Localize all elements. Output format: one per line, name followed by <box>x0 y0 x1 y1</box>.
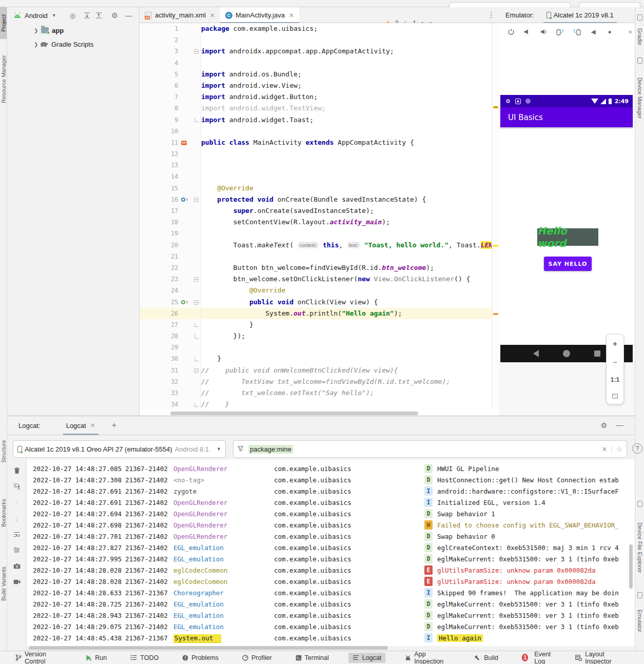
say-hello-button[interactable]: SAY HELLO <box>544 257 592 271</box>
logcat-row[interactable]: 2022-10-27 14:48:28.63321367-21367Choreo… <box>27 587 635 598</box>
gutter[interactable]: 33 <box>140 387 201 399</box>
code-text[interactable]: super.onCreate(savedInstanceState); <box>201 205 492 217</box>
gutter[interactable]: 13 <box>140 160 201 171</box>
code-line[interactable]: 4 <box>140 57 492 69</box>
code-text[interactable] <box>201 228 492 239</box>
previous-occurrence-icon[interactable]: ↑ <box>12 498 22 507</box>
code-text[interactable] <box>201 57 492 69</box>
code-line[interactable]: 13 <box>140 160 492 171</box>
code-text[interactable]: import android.widget.TextView; <box>201 103 492 114</box>
code-text[interactable]: @Override <box>201 285 492 296</box>
implementing-method-icon[interactable]: ↑ <box>181 297 192 308</box>
logcat-row[interactable]: 2022-10-27 14:48:27.69821367-21402OpenGL… <box>27 519 635 531</box>
stripe-emulator[interactable]: Emulator <box>635 600 644 641</box>
code-line[interactable]: 17 super.onCreate(savedInstanceState); <box>140 205 492 217</box>
code-text[interactable]: import androidx.appcompat.app.AppCompatA… <box>201 46 492 57</box>
filter-funnel-icon[interactable] <box>238 446 245 452</box>
code-text[interactable] <box>201 126 492 137</box>
zoom-out-button[interactable]: − <box>613 358 617 366</box>
overriding-method-icon[interactable]: ↑ <box>181 194 192 205</box>
code-line[interactable]: 3−import androidx.appcompat.app.AppCompa… <box>140 46 492 57</box>
code-line[interactable]: 22 Button btn_welcome=findViewById(R.id.… <box>140 262 492 274</box>
gutter[interactable]: 26 <box>140 308 201 319</box>
gutter[interactable]: 4 <box>140 57 201 69</box>
code-line[interactable]: 1package com.example.uibasics; <box>140 23 492 34</box>
gutter[interactable]: 14 <box>140 171 201 182</box>
logcat-filter-input[interactable]: package:mine ✕ ☆ <box>233 440 627 458</box>
logcat-output[interactable]: 2022-10-27 14:48:27.08521367-21402OpenGL… <box>27 460 635 646</box>
code-text[interactable] <box>201 34 492 46</box>
code-line[interactable]: 8import android.widget.TextView; <box>140 103 492 114</box>
code-text[interactable] <box>201 342 492 353</box>
stripe-structure[interactable]: Structure <box>0 431 7 472</box>
stripe-bookmarks[interactable]: Bookmarks <box>0 491 7 535</box>
code-text[interactable]: // TextView txt_welcome=findViewById(R.i… <box>201 376 492 387</box>
volume-down-icon[interactable] <box>523 27 532 36</box>
code-line[interactable]: 29 <box>140 342 492 353</box>
code-line[interactable]: 23− btn_welcome.setOnClickListener(new V… <box>140 274 492 285</box>
screenshot-icon[interactable] <box>12 561 22 571</box>
nav-back-icon[interactable] <box>533 350 539 357</box>
logcat-row[interactable]: 2022-10-27 14:48:27.69121367-21402OpenGL… <box>27 497 635 508</box>
fold-marker-icon[interactable] <box>192 399 201 409</box>
volume-up-icon[interactable] <box>539 27 549 36</box>
logcat-row[interactable]: 2022-10-27 14:48:27.08521367-21402OpenGL… <box>27 463 635 474</box>
stripe-device-file-explorer[interactable]: Device File Explorer <box>635 509 644 586</box>
tree-item-gradle-scripts[interactable]: ❯ Gradle Scripts <box>7 37 139 51</box>
code-line[interactable]: 30 } <box>140 353 492 364</box>
gutter[interactable]: 29 <box>140 342 201 353</box>
next-occurrence-icon[interactable]: ↓ <box>12 514 22 523</box>
code-line[interactable]: 5import android.os.Bundle; <box>140 69 492 80</box>
logcat-row[interactable]: 2022-10-27 14:48:27.99521367-21402EGL_em… <box>27 553 635 564</box>
code-line[interactable]: 28 }); <box>140 330 492 342</box>
gutter[interactable]: 34 <box>140 399 201 409</box>
stripe-build-variants[interactable]: Build Variants <box>0 555 7 612</box>
stripe-resource-manager[interactable]: Resource Manager <box>0 48 7 110</box>
gutter[interactable]: 9 <box>140 114 201 126</box>
tab-mainactivity-java[interactable]: C MainActivity.java ✕ <box>220 7 299 23</box>
code-text[interactable]: setContentView(R.layout.activity_main); <box>201 217 492 228</box>
code-text[interactable]: import android.view.View; <box>201 80 492 91</box>
statusbar-item-problems[interactable]: Problems <box>178 653 223 663</box>
code-line[interactable]: 24 @Override <box>140 285 492 296</box>
logcat-row[interactable]: 2022-10-27 14:48:27.69121367-21402zygote… <box>27 485 635 497</box>
gutter[interactable]: 15 <box>140 183 201 194</box>
gutter[interactable]: 31− <box>140 365 201 376</box>
logcat-row[interactable]: 2022-10-27 14:48:27.69421367-21402OpenGL… <box>27 508 635 519</box>
code-line[interactable]: 7import android.widget.Button; <box>140 91 492 103</box>
class-gutter-icon[interactable]: <> <box>181 137 192 148</box>
fit-to-window-icon[interactable] <box>612 393 618 399</box>
settings-gear-icon[interactable]: ⚙ <box>111 11 118 19</box>
screen-record-icon[interactable] <box>12 577 22 587</box>
favorite-filter-star-icon[interactable]: ☆ <box>616 445 622 453</box>
gutter[interactable]: 18 <box>140 217 201 228</box>
gutter[interactable]: 8 <box>140 103 201 114</box>
close-tab-icon[interactable]: ✕ <box>289 12 294 19</box>
phone-screen[interactable]: ⚙ A 2:49 UI Basics Hello word SAY HELLO <box>500 95 633 345</box>
code-text[interactable] <box>201 171 492 182</box>
fold-marker-icon[interactable]: − <box>192 194 201 205</box>
code-text[interactable] <box>201 251 492 262</box>
zoom-reset-button[interactable]: 1:1 <box>611 376 619 383</box>
project-view-selector[interactable]: Android <box>25 12 48 19</box>
minimize-panel-icon[interactable]: — <box>616 420 623 429</box>
editor-options-kebab-icon[interactable]: ⋮ <box>487 10 495 19</box>
gutter[interactable]: 1 <box>140 23 201 34</box>
code-text[interactable]: protected void onCreate(Bundle savedInst… <box>201 194 492 205</box>
code-line[interactable]: 25↑− public void onClick(View view) { <box>140 297 492 308</box>
power-icon[interactable] <box>506 27 516 36</box>
fold-marker-icon[interactable]: − <box>192 365 201 376</box>
fold-marker-icon[interactable] <box>192 353 201 364</box>
stripe-project[interactable]: Project <box>0 7 7 39</box>
code-text[interactable]: // txt_welcome.setText("Say hello"); <box>201 387 492 399</box>
logcat-row[interactable]: 2022-10-27 14:48:27.30821367-21402<no-ta… <box>27 474 635 485</box>
scroll-to-end-icon[interactable] <box>12 482 22 491</box>
statusbar-item-app-inspection[interactable]: App Inspection <box>401 649 455 664</box>
code-text[interactable]: Toast.makeText( context: this, text: "To… <box>201 240 492 251</box>
code-text[interactable]: public class MainActivity extends AppCom… <box>201 137 492 148</box>
gutter[interactable]: 25↑− <box>140 297 201 308</box>
fold-marker-icon[interactable] <box>192 114 201 126</box>
logcat-tab[interactable]: Logcat ✕ <box>61 416 101 435</box>
code-line[interactable]: 15 @Override <box>140 183 492 194</box>
gutter[interactable]: 23− <box>140 274 201 285</box>
